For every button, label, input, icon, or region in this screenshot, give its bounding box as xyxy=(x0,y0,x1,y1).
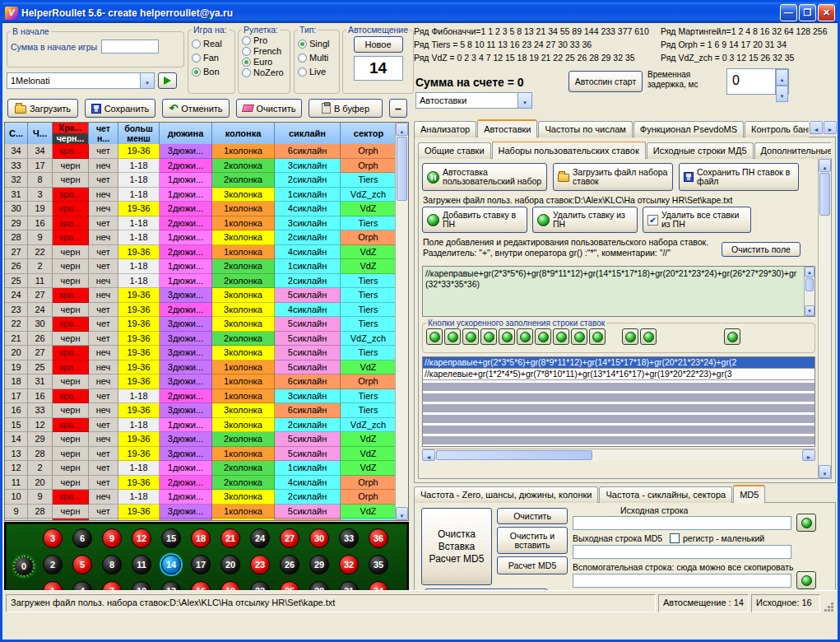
table-row[interactable]: 3019кра...неч19-362дюжи...1колонка4сикла… xyxy=(5,202,408,216)
roulette-number-0[interactable]: 0 xyxy=(13,556,35,577)
load-button[interactable]: Загрузить xyxy=(7,99,78,118)
green-sphere-icon[interactable] xyxy=(444,328,461,345)
roulette-number-26[interactable]: 26 xyxy=(280,555,299,575)
tab-freq-zero[interactable]: Частота - Zero, шансы, дюжины, колонки xyxy=(414,486,598,503)
system-combobox[interactable]: 1Melonati xyxy=(7,72,155,89)
roulette-number-29[interactable]: 29 xyxy=(309,555,329,575)
table-row[interactable]: 2427кра...неч19-363дюжи...3колонка5сикла… xyxy=(5,288,408,303)
tab-common-bets[interactable]: Общие ставки xyxy=(418,142,491,159)
green-sphere-icon[interactable] xyxy=(462,328,479,345)
roulette-number-35[interactable]: 35 xyxy=(369,555,388,575)
md5-big-button[interactable]: Очистка Вставка Расчет MD5 xyxy=(421,508,492,585)
scroll-down-button[interactable] xyxy=(396,507,408,520)
md5-aux-input[interactable] xyxy=(573,574,791,588)
scroll-thumb[interactable] xyxy=(819,173,830,216)
radio-real[interactable]: Real xyxy=(192,39,231,49)
load-bet-file-button[interactable]: Загрузить файл набора ставок xyxy=(553,163,673,191)
table-row[interactable]: 1716кра...чет1-182дюжи...1колонка3сиклай… xyxy=(5,389,408,404)
remove-all-bets-button[interactable]: Удалить все ставки из ПН xyxy=(643,207,751,233)
roulette-number-24[interactable]: 24 xyxy=(250,528,270,548)
clear-field-button[interactable]: Очистить поле xyxy=(722,242,801,257)
radio-singl[interactable]: Singl xyxy=(298,39,336,49)
table-row[interactable]: 2722чернчет19-362дюжи...1колонка4сиклайн… xyxy=(5,245,408,260)
scroll-thumb[interactable] xyxy=(436,450,592,460)
scroll-track[interactable] xyxy=(396,136,408,507)
tab-scroll-right-button[interactable] xyxy=(824,121,837,134)
play-button[interactable] xyxy=(158,72,177,89)
table-row[interactable]: 928чернчет19-363дюжи...1колонка5сиклайнV… xyxy=(5,505,408,519)
editor-scrollbar[interactable] xyxy=(804,267,814,316)
save-bet-file-button[interactable]: Сохранить ПН ставок в файл xyxy=(679,163,799,191)
radio-live[interactable]: Live xyxy=(298,67,336,77)
green-sphere-icon[interactable] xyxy=(535,328,551,345)
spin-down-button[interactable] xyxy=(776,86,788,102)
green-sphere-icon[interactable] xyxy=(517,328,533,345)
tab-md5[interactable]: MD5 xyxy=(733,485,765,503)
table-scrollbar[interactable] xyxy=(395,123,408,520)
table-row[interactable]: 3434кра...чет19-363дюжи...1колонка6сикла… xyxy=(5,144,408,159)
roulette-number-17[interactable]: 17 xyxy=(191,555,211,575)
roulette-number-12[interactable]: 12 xyxy=(132,528,151,548)
green-sphere-icon[interactable] xyxy=(724,328,740,345)
scroll-down-button[interactable] xyxy=(805,305,814,316)
radio-french[interactable]: French xyxy=(242,46,286,56)
radio-euro[interactable]: Euro xyxy=(242,57,286,67)
radio-multi[interactable]: Multi xyxy=(298,53,336,63)
table-row[interactable]: 313кра...неч1-181дюжи...3колонка1сиклайн… xyxy=(5,188,408,202)
scroll-down-button[interactable] xyxy=(819,465,831,478)
roulette-number-20[interactable]: 20 xyxy=(220,555,240,575)
table-row[interactable]: 109кра...неч1-181дюжи...3колонка2сиклайн… xyxy=(5,490,408,505)
minimize-button[interactable]: — xyxy=(780,4,797,21)
table-row[interactable]: 262чернчет1-181дюжи...2колонка1сиклайнVd… xyxy=(5,259,408,274)
table-row[interactable]: 1120чернчет19-362дюжи...2колонка4сиклайн… xyxy=(5,476,408,491)
table-row[interactable]: 2324чернчет19-362дюжи...3колонка4сиклайн… xyxy=(5,303,408,318)
table-row[interactable]: 2126чернчет19-363дюжи...2колонка5сиклайн… xyxy=(5,332,408,347)
list-item[interactable]: //карелевые+gr(1*2*4*5)+gr(7*8*10*11)+gr… xyxy=(423,369,814,380)
spin-up-button[interactable] xyxy=(776,69,788,86)
tab-md5-source-strings[interactable]: Исходные строки МД5 xyxy=(647,142,754,159)
roulette-number-6[interactable]: 6 xyxy=(72,528,92,548)
green-sphere-icon[interactable] xyxy=(480,328,497,345)
radio-bon[interactable]: Bon xyxy=(192,67,231,77)
list-h-scrollbar[interactable] xyxy=(422,449,815,461)
radio-fan[interactable]: Fan xyxy=(192,53,231,63)
clear-button[interactable]: Очистить xyxy=(236,99,302,118)
roulette-number-15[interactable]: 15 xyxy=(161,528,181,548)
scroll-thumb[interactable] xyxy=(397,137,407,201)
md5-aux-sphere-button[interactable] xyxy=(796,571,816,589)
md5-calc-button[interactable]: Расчет MD5 xyxy=(497,556,568,575)
table-row[interactable]: 2916кра...чет1-182дюжи...1колонка3сиклай… xyxy=(5,216,408,231)
green-sphere-icon[interactable] xyxy=(426,328,443,345)
scroll-up-button[interactable] xyxy=(805,267,814,277)
green-sphere-icon[interactable] xyxy=(640,328,657,345)
green-sphere-icon[interactable] xyxy=(571,328,587,345)
table-row[interactable]: 122чернчет1-181дюжи...2колонка1сиклайнVd… xyxy=(5,461,408,476)
tab-number-frequencies[interactable]: Частоты по числам xyxy=(538,121,632,137)
table-row[interactable]: 3317черннеч1-182дюжи...2колонка3сиклайнO… xyxy=(5,159,408,174)
roulette-number-2[interactable]: 2 xyxy=(43,555,63,575)
autobet-user-set-button[interactable]: Автоставка пользовательский набор xyxy=(422,163,547,191)
undo-button[interactable]: Отменить xyxy=(162,99,230,118)
table-row[interactable]: 1328чернчет19-363дюжи...1колонка5сиклайн… xyxy=(5,447,408,462)
md5-source-sphere-button[interactable] xyxy=(796,514,816,532)
scroll-up-button[interactable] xyxy=(819,159,831,172)
roulette-number-9[interactable]: 9 xyxy=(102,528,122,548)
scroll-thumb[interactable] xyxy=(805,278,814,291)
new-shift-button[interactable]: Новое xyxy=(354,36,403,53)
green-sphere-icon[interactable] xyxy=(622,328,638,345)
roulette-number-32[interactable]: 32 xyxy=(339,555,359,575)
md5-clear-button[interactable]: Очистить xyxy=(497,508,568,524)
register-checkbox[interactable] xyxy=(670,533,680,543)
tab-bankroll-control[interactable]: Контроль банкролла xyxy=(745,121,809,137)
table-row[interactable]: 1831черннеч19-363дюжи...1колонка6сиклайн… xyxy=(5,374,408,389)
table-row[interactable]: 836кра...чет19-363дюжи...3колонка6сиклай… xyxy=(5,519,408,521)
green-sphere-icon[interactable] xyxy=(553,328,569,345)
scroll-left-button[interactable] xyxy=(422,449,435,461)
roulette-number-21[interactable]: 21 xyxy=(220,528,240,548)
add-bet-button[interactable]: Добавить ставку в ПН xyxy=(422,207,527,233)
autobets-combobox[interactable]: Автоставки xyxy=(415,92,532,109)
roulette-number-27[interactable]: 27 xyxy=(280,528,299,548)
table-row[interactable]: 1429черннеч19-363дюжи...2колонка5сиклайн… xyxy=(5,432,408,447)
roulette-number-3[interactable]: 3 xyxy=(43,528,63,548)
radio-pro[interactable]: Pro xyxy=(242,35,286,45)
